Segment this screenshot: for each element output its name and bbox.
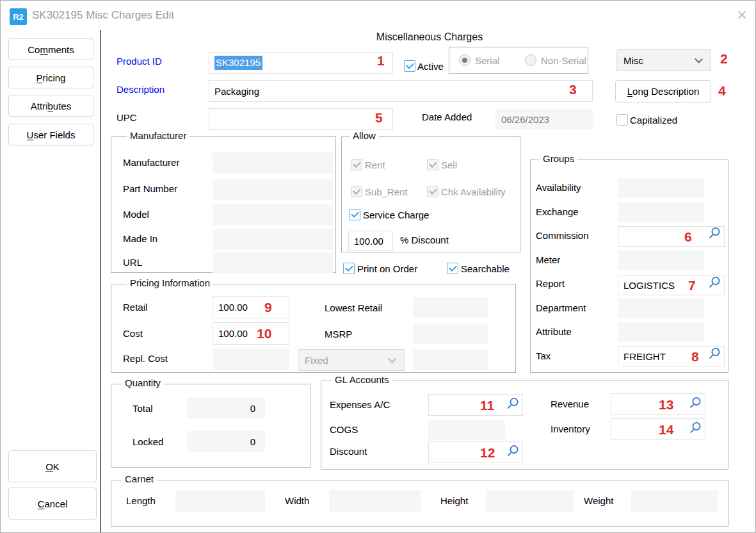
attributes-button[interactable]: Attributes	[8, 95, 93, 117]
chk-availability-label: Chk Availability	[441, 186, 506, 197]
service-charge-label: Service Charge	[363, 209, 429, 220]
gl-accounts-legend: GL Accounts	[332, 374, 392, 385]
comments-button[interactable]: Comments	[8, 38, 93, 60]
print-on-order-checkbox[interactable]	[343, 263, 355, 274]
weight-field	[631, 490, 718, 512]
made-in-label: Made In	[123, 233, 157, 244]
user-fields-button[interactable]: User Fields	[8, 124, 93, 145]
expenses-search-icon[interactable]	[506, 397, 520, 411]
cost-input[interactable]: 100.00	[213, 322, 289, 345]
quantity-legend: Quantity	[122, 377, 164, 388]
repl-cost-label: Repl. Cost	[123, 353, 168, 364]
length-field	[175, 490, 265, 512]
weight-label: Weight	[584, 495, 613, 506]
exchange-field	[618, 202, 704, 222]
part-number-field	[213, 179, 333, 200]
lowest-retail-label: Lowest Retail	[325, 302, 382, 313]
report-search-icon[interactable]	[707, 275, 721, 290]
quantity-group: Quantity Total 0 Locked 0	[111, 384, 310, 468]
annotation-8: 8	[691, 350, 699, 363]
discount-label: Discount	[330, 446, 367, 457]
height-field	[486, 490, 574, 512]
pricing-button[interactable]: Pricing	[8, 67, 93, 88]
sub-rent-checkbox	[351, 186, 362, 197]
retail-label: Retail	[123, 302, 147, 313]
dialog-heading: Miscellaneous Charges	[321, 31, 538, 43]
rent-checkbox	[351, 159, 362, 170]
long-description-button[interactable]: Long Description	[615, 80, 711, 102]
serial-radio	[459, 54, 470, 66]
annotation-11: 11	[480, 398, 494, 412]
url-field	[213, 252, 333, 273]
non-serial-radio	[525, 54, 536, 66]
annotation-6: 6	[684, 230, 692, 243]
product-id-value: SK302195	[214, 56, 262, 70]
discount-percent-value: 100.00	[354, 236, 383, 247]
groups-group: Groups Availability Exchange Commission …	[530, 160, 728, 373]
expenses-ac-label: Expenses A/C	[330, 399, 390, 410]
allow-legend: Allow	[350, 130, 379, 141]
sell-checkbox	[427, 159, 438, 170]
active-checkbox[interactable]	[404, 60, 415, 72]
misc-charges-edit-dialog: R2 SK302195 Misc Charges Edit ✕ Comments…	[0, 0, 756, 533]
sub-rent-label: Sub_Rent	[365, 186, 408, 197]
capitalized-checkbox[interactable]	[616, 114, 628, 126]
service-charge-checkbox[interactable]	[349, 209, 360, 220]
manufacturer-field	[213, 152, 333, 174]
length-label: Length	[126, 495, 156, 506]
carnet-legend: Carnet	[122, 473, 157, 484]
commission-search-icon[interactable]	[707, 226, 721, 240]
product-id-input[interactable]: SK302195	[209, 52, 393, 74]
revenue-label: Revenue	[551, 398, 589, 409]
msrp-field	[413, 324, 488, 344]
rent-label: Rent	[365, 160, 385, 170]
description-label: Description	[117, 84, 165, 95]
annotation-10: 10	[257, 327, 271, 340]
ok-button[interactable]: OK	[8, 450, 97, 482]
retail-value: 100.00	[218, 302, 248, 313]
attribute-label: Attribute	[536, 326, 572, 337]
upc-input[interactable]	[209, 108, 393, 130]
chevron-down-icon	[388, 355, 396, 363]
annotation-9: 9	[264, 300, 272, 314]
discount-search-icon[interactable]	[506, 444, 520, 458]
model-label: Model	[123, 209, 149, 220]
cost-label: Cost	[123, 328, 143, 339]
active-label: Active	[417, 61, 444, 72]
tax-search-icon[interactable]	[707, 347, 721, 361]
description-input[interactable]: Packaging	[209, 80, 593, 102]
category-dropdown[interactable]: Misc	[616, 49, 711, 71]
total-field: 0	[187, 398, 265, 418]
cost-value: 100.00	[218, 328, 248, 339]
annotation-14: 14	[659, 423, 673, 436]
groups-legend: Groups	[540, 153, 577, 164]
sell-label: Sell	[441, 160, 457, 170]
tax-label: Tax	[536, 350, 551, 361]
annotation-7: 7	[688, 279, 696, 292]
tax-value: FREIGHT	[623, 351, 666, 362]
retail-input[interactable]: 100.00	[213, 296, 289, 318]
non-serial-label: Non-Serial	[541, 55, 586, 66]
department-field	[618, 299, 704, 318]
date-added-field: 06/26/2023	[495, 109, 593, 129]
revenue-search-icon[interactable]	[688, 396, 702, 410]
availability-label: Availability	[536, 182, 581, 193]
close-icon[interactable]: ✕	[732, 6, 752, 25]
cancel-button[interactable]: Cancel	[8, 488, 97, 520]
sidebar-divider	[100, 30, 101, 533]
date-added-value: 06/26/2023	[501, 114, 549, 125]
pricing-type-value: Fixed	[305, 355, 328, 366]
searchable-checkbox[interactable]	[447, 263, 458, 274]
manufacturer-group: Manufacturer Manufacturer Part Number Mo…	[111, 136, 336, 273]
allow-group: Allow Rent Sell Sub_Rent Chk Availabilit…	[341, 136, 520, 252]
availability-field	[618, 178, 704, 198]
inventory-search-icon[interactable]	[688, 421, 702, 435]
manufacturer-label: Manufacturer	[123, 157, 179, 168]
product-id-label: Product ID	[117, 56, 162, 67]
width-field	[329, 490, 421, 512]
report-value: LOGISTICS	[623, 280, 675, 291]
attribute-field	[618, 322, 704, 342]
category-value: Misc	[623, 55, 643, 66]
total-value: 0	[250, 403, 255, 414]
discount-percent-input[interactable]: 100.00	[348, 231, 393, 251]
